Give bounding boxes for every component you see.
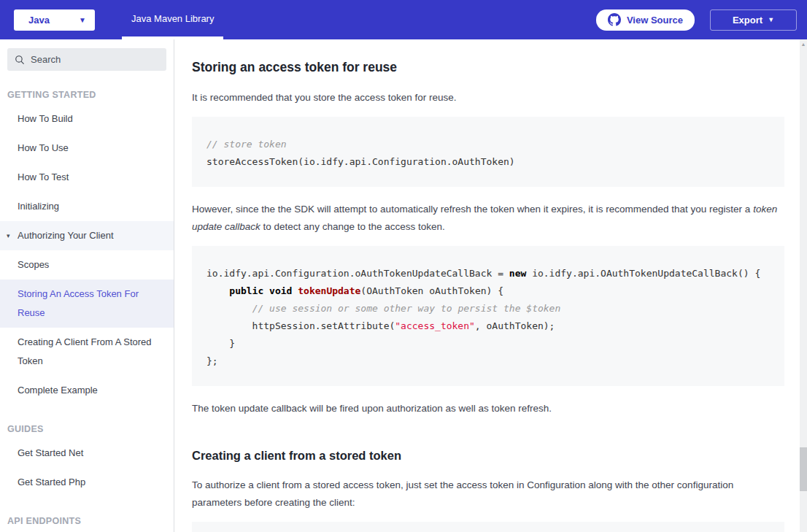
code-block-token-update-callback: io.idfy.api.Configuration.oAuthTokenUpda… bbox=[192, 246, 784, 386]
sidebar-item-scopes[interactable]: Scopes bbox=[0, 250, 174, 280]
sidebar-item-get-started-php[interactable]: Get Started Php bbox=[0, 468, 174, 497]
view-source-label: View Source bbox=[627, 15, 683, 26]
code-line: public void tokenUpdate(OAuthToken oAuth… bbox=[206, 282, 770, 300]
code-token bbox=[206, 303, 252, 314]
sidebar-item-authorizing-your-client[interactable]: ▾Authorizing Your Client bbox=[0, 221, 174, 250]
sidebar-item-label: Storing An Access Token For Reuse bbox=[18, 288, 139, 318]
sidebar-item-how-to-test[interactable]: How To Test bbox=[0, 163, 174, 192]
sidebar-item-label: Scopes bbox=[18, 259, 49, 270]
code-token: "access_token" bbox=[395, 320, 475, 331]
code-token: void bbox=[269, 285, 292, 296]
code-line: io.idfy.api.Configuration.oAuthTokenUpda… bbox=[206, 265, 770, 282]
code-token: storeAccessToken(io.idfy.api.Configurati… bbox=[206, 156, 515, 167]
sidebar-item-label: Get Started Php bbox=[18, 477, 85, 487]
github-icon bbox=[608, 13, 621, 26]
export-label: Export bbox=[733, 15, 762, 26]
code-token: new bbox=[509, 268, 526, 279]
code-line: // use session or some other way to pers… bbox=[206, 300, 770, 317]
language-dropdown[interactable]: Java ▼ bbox=[14, 9, 95, 31]
sidebar-section-heading-api-endpoints: API ENDPOINTS bbox=[0, 516, 174, 526]
code-token: httpSession.setAttribute( bbox=[206, 320, 395, 331]
code-line: }; bbox=[206, 352, 770, 370]
sidebar-item-label: Authorizing Your Client bbox=[18, 230, 114, 241]
code-line: httpSession.setAttribute("access_token",… bbox=[206, 317, 770, 335]
sidebar: GETTING STARTEDHow To BuildHow To UseHow… bbox=[0, 39, 174, 532]
language-dropdown-value: Java bbox=[28, 15, 50, 26]
chevron-down-icon: ▼ bbox=[79, 16, 86, 24]
code-token: }; bbox=[206, 355, 218, 366]
sidebar-nav: GETTING STARTEDHow To BuildHow To UseHow… bbox=[0, 90, 174, 526]
scrollbar-up-arrow-icon[interactable]: ▲ bbox=[800, 40, 807, 49]
code-block-store-token: // store tokenstoreAccessToken(io.idfy.a… bbox=[192, 117, 784, 187]
section-title-creating-client: Creating a client from a stored token bbox=[192, 449, 784, 463]
sidebar-item-how-to-build[interactable]: How To Build bbox=[0, 104, 174, 134]
sidebar-item-label: How To Test bbox=[18, 171, 69, 182]
paragraph-store-recommendation: It is recommended that you store the acc… bbox=[192, 89, 784, 107]
code-line: } bbox=[206, 335, 770, 352]
code-line: // store token bbox=[206, 136, 770, 153]
sidebar-item-label: Complete Example bbox=[18, 385, 98, 396]
paragraph-authorize-client: To authorize a client from a stored acce… bbox=[192, 477, 784, 512]
code-block-partial bbox=[192, 522, 784, 532]
code-token bbox=[206, 285, 229, 296]
main-content: Storing an access token for reuse It is … bbox=[174, 39, 784, 532]
view-source-button[interactable]: View Source bbox=[596, 9, 695, 31]
sidebar-item-label: How To Build bbox=[18, 113, 73, 124]
top-navbar: Java ▼ Java Maven Library View Source Ex… bbox=[0, 0, 807, 39]
page-scrollbar-track[interactable]: ▲ bbox=[800, 39, 807, 532]
code-token: // store token bbox=[206, 139, 287, 150]
search-input[interactable] bbox=[31, 54, 147, 65]
sidebar-item-storing-an-access-token-for-reuse[interactable]: Storing An Access Token For Reuse bbox=[0, 280, 174, 328]
paragraph-callback-fired: The token update callback will be fired … bbox=[192, 400, 784, 417]
chevron-down-icon: ▼ bbox=[768, 16, 774, 23]
code-token: io.idfy.api.Configuration.oAuthTokenUpda… bbox=[206, 268, 509, 279]
paragraph-text: However, since the the SDK will attempt … bbox=[192, 204, 753, 215]
sidebar-item-label: Get Started Net bbox=[18, 447, 83, 458]
tab-label: Java Maven Library bbox=[131, 13, 214, 24]
paragraph-text: to detect any change to the access token… bbox=[260, 221, 445, 232]
section-title-storing: Storing an access token for reuse bbox=[192, 60, 784, 75]
sidebar-item-label: Initializing bbox=[18, 201, 59, 212]
code-token: } bbox=[206, 338, 235, 349]
sidebar-item-label: How To Use bbox=[18, 142, 69, 153]
code-token: , oAuthToken); bbox=[475, 320, 555, 331]
code-token bbox=[263, 285, 269, 296]
sidebar-section-heading-getting-started: GETTING STARTED bbox=[0, 90, 174, 100]
sidebar-item-complete-example[interactable]: Complete Example bbox=[0, 376, 174, 405]
sidebar-item-get-started-net[interactable]: Get Started Net bbox=[0, 439, 174, 468]
sidebar-item-creating-a-client-from-a-stored-token[interactable]: Creating A Client From A Stored Token bbox=[0, 328, 174, 376]
tab-java-maven-library[interactable]: Java Maven Library bbox=[122, 0, 223, 39]
code-token: public bbox=[229, 285, 263, 296]
sidebar-item-how-to-use[interactable]: How To Use bbox=[0, 134, 174, 163]
search-icon bbox=[15, 55, 25, 65]
sidebar-section-heading-guides: GUIDES bbox=[0, 424, 174, 434]
collapse-caret-icon: ▾ bbox=[7, 226, 10, 245]
sidebar-item-initializing[interactable]: Initializing bbox=[0, 192, 174, 221]
paragraph-refresh-callback: However, since the the SDK will attempt … bbox=[192, 201, 784, 236]
code-token: io.idfy.api.OAuthTokenUpdateCallBack() { bbox=[526, 268, 760, 279]
code-token: (OAuthToken oAuthToken) { bbox=[360, 285, 503, 296]
code-token: tokenUpdate bbox=[298, 285, 360, 296]
sidebar-item-label: Creating A Client From A Stored Token bbox=[18, 336, 152, 366]
export-button[interactable]: Export ▼ bbox=[710, 9, 797, 31]
page-scrollbar-thumb[interactable] bbox=[800, 447, 807, 491]
code-line: storeAccessToken(io.idfy.api.Configurati… bbox=[206, 153, 770, 171]
search-box[interactable] bbox=[7, 48, 166, 71]
code-token: // use session or some other way to pers… bbox=[252, 303, 561, 314]
